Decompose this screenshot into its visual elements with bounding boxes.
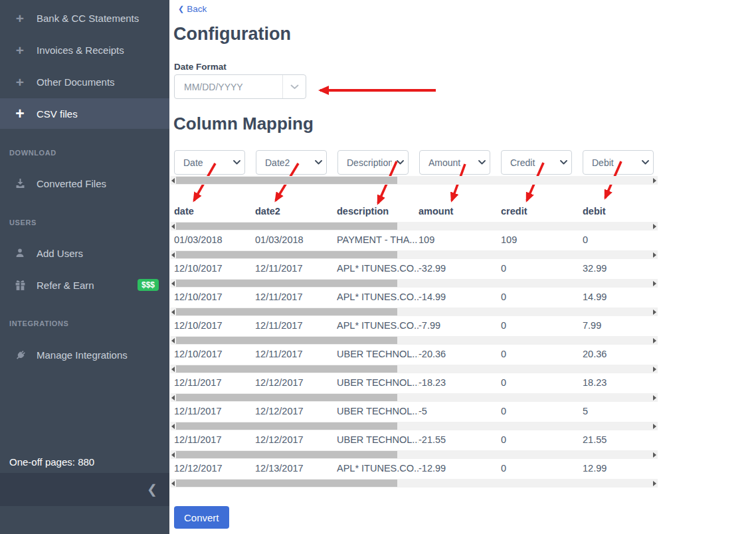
sidebar-section-download: DOWNLOAD bbox=[9, 149, 56, 157]
table-cell: 5 bbox=[583, 404, 654, 422]
horizontal-scrollbar[interactable] bbox=[170, 336, 658, 345]
scroll-right-icon[interactable] bbox=[653, 424, 656, 429]
horizontal-scrollbar[interactable] bbox=[170, 250, 658, 259]
table-cell: 0 bbox=[501, 375, 583, 393]
scroll-right-icon[interactable] bbox=[653, 395, 656, 400]
sidebar-item-bank-cc-statements[interactable]: + Bank & CC Statements bbox=[0, 3, 169, 33]
table-cell: PAYMENT - THA... bbox=[337, 232, 419, 250]
plus-icon: + bbox=[12, 11, 28, 25]
back-label: Back bbox=[187, 4, 207, 14]
scroll-right-icon[interactable] bbox=[653, 338, 656, 343]
table-cell: -21.55 bbox=[419, 432, 501, 450]
scrollbar-thumb[interactable] bbox=[176, 177, 397, 184]
column-select-amount[interactable]: Amount bbox=[419, 150, 490, 175]
app-window: + Bank & CC Statements + Invoices & Rece… bbox=[0, 0, 756, 534]
scroll-right-icon[interactable] bbox=[653, 452, 656, 458]
table-cell: -18.23 bbox=[419, 375, 501, 393]
sidebar-item-converted-files[interactable]: Converted Files bbox=[0, 168, 169, 199]
scrollbar-thumb[interactable] bbox=[176, 280, 397, 287]
scroll-left-icon[interactable] bbox=[171, 310, 175, 315]
horizontal-scrollbar[interactable] bbox=[170, 479, 658, 488]
scroll-right-icon[interactable] bbox=[653, 281, 656, 286]
horizontal-scrollbar[interactable] bbox=[170, 393, 658, 402]
table-row: 12/10/201712/11/2017APL* ITUNES.CO...-7.… bbox=[174, 318, 654, 336]
scroll-right-icon[interactable] bbox=[653, 367, 656, 372]
horizontal-scrollbar[interactable] bbox=[170, 365, 658, 373]
table-cell: -20.36 bbox=[419, 347, 501, 365]
sidebar-item-label: Manage Integrations bbox=[37, 349, 128, 361]
sidebar-item-refer-earn[interactable]: Refer & Earn $$$ bbox=[0, 270, 169, 300]
convert-button[interactable]: Convert bbox=[174, 506, 229, 529]
scrollbar-thumb[interactable] bbox=[176, 308, 397, 315]
scroll-right-icon[interactable] bbox=[653, 481, 656, 486]
date-format-select[interactable]: MM/DD/YYYY bbox=[174, 74, 306, 99]
scroll-right-icon[interactable] bbox=[653, 224, 656, 229]
table-cell: APL* ITUNES.CO... bbox=[337, 318, 419, 336]
table-cell: 12/12/2017 bbox=[255, 375, 337, 393]
sidebar-item-manage-integrations[interactable]: Manage Integrations bbox=[0, 339, 169, 370]
scroll-left-icon[interactable] bbox=[171, 224, 175, 229]
horizontal-scrollbar[interactable] bbox=[170, 222, 658, 230]
sidebar-collapse-button[interactable]: ❮ bbox=[0, 473, 169, 506]
sidebar-item-add-users[interactable]: Add Users bbox=[0, 238, 169, 268]
scroll-left-icon[interactable] bbox=[171, 424, 175, 429]
scroll-left-icon[interactable] bbox=[171, 481, 175, 486]
scroll-left-icon[interactable] bbox=[171, 395, 175, 400]
scrollbar-thumb[interactable] bbox=[176, 394, 397, 401]
sidebar-item-csv-files[interactable]: + CSV files bbox=[0, 98, 169, 129]
back-link[interactable]: ❮ Back bbox=[178, 4, 207, 14]
column-select-debit[interactable]: Debit bbox=[583, 150, 654, 175]
scroll-left-icon[interactable] bbox=[171, 338, 175, 343]
sidebar-item-label: Bank & CC Statements bbox=[37, 13, 139, 24]
table-cell: 12/12/2017 bbox=[255, 404, 337, 422]
scrollbar-thumb[interactable] bbox=[176, 337, 397, 344]
scrollbar-thumb[interactable] bbox=[176, 365, 397, 373]
column-select-description[interactable]: Description bbox=[337, 150, 409, 175]
scroll-right-icon[interactable] bbox=[653, 310, 656, 315]
scroll-left-icon[interactable] bbox=[171, 252, 175, 258]
table-header-row: date date2 description amount credit deb… bbox=[174, 206, 654, 217]
table-cell: APL* ITUNES.CO... bbox=[337, 261, 419, 279]
scroll-left-icon[interactable] bbox=[171, 178, 175, 183]
sidebar-item-label: Refer & Earn bbox=[37, 280, 94, 291]
table-cell: 12/11/2017 bbox=[255, 290, 337, 308]
horizontal-scrollbar[interactable] bbox=[170, 176, 658, 185]
table-cell: 0 bbox=[501, 290, 583, 308]
column-select-date2[interactable]: Date2 bbox=[256, 150, 327, 175]
plus-icon: + bbox=[12, 43, 28, 57]
scrollbar-thumb[interactable] bbox=[176, 222, 397, 230]
horizontal-scrollbar[interactable] bbox=[170, 422, 658, 430]
chevron-down-icon bbox=[637, 160, 653, 165]
main-content: ❮ Back Configuration Date Format MM/DD/Y… bbox=[169, 0, 756, 534]
horizontal-scrollbar[interactable] bbox=[170, 279, 658, 288]
chevron-down-icon bbox=[474, 160, 490, 165]
table-cell: 0 bbox=[501, 347, 583, 365]
scrollbar-thumb[interactable] bbox=[176, 422, 397, 430]
scroll-right-icon[interactable] bbox=[653, 178, 656, 183]
horizontal-scrollbar[interactable] bbox=[170, 308, 658, 316]
scroll-right-icon[interactable] bbox=[653, 252, 656, 258]
scrollbar-thumb[interactable] bbox=[176, 451, 397, 458]
horizontal-scrollbar[interactable] bbox=[170, 450, 658, 459]
sidebar-item-invoices-receipts[interactable]: + Invoices & Receipts bbox=[0, 35, 169, 65]
sidebar-section-integrations: INTEGRATIONS bbox=[9, 319, 69, 327]
scroll-left-icon[interactable] bbox=[171, 452, 175, 458]
download-icon bbox=[12, 178, 28, 189]
column-select-date[interactable]: Date bbox=[174, 150, 245, 175]
page-title: Configuration bbox=[173, 24, 291, 44]
scrollbar-thumb[interactable] bbox=[176, 251, 397, 258]
table-cell: UBER TECHNOL... bbox=[337, 432, 419, 450]
column-mapping-selects: Date Date2 Description Amount Credit Deb… bbox=[174, 150, 654, 175]
column-select-credit[interactable]: Credit bbox=[501, 150, 572, 175]
scroll-left-icon[interactable] bbox=[171, 281, 175, 286]
table-cell: 12/11/2017 bbox=[255, 261, 337, 279]
table-cell: 12/13/2017 bbox=[255, 461, 337, 479]
scroll-left-icon[interactable] bbox=[171, 367, 175, 372]
scrollbar-thumb[interactable] bbox=[176, 480, 397, 487]
table-row: 12/11/201712/12/2017UBER TECHNOL...-21.5… bbox=[174, 432, 654, 450]
table-cell: 14.99 bbox=[583, 290, 654, 308]
table-cell: 0 bbox=[501, 404, 583, 422]
table-cell: 12/12/2017 bbox=[255, 432, 337, 450]
sidebar-item-other-documents[interactable]: + Other Documents bbox=[0, 66, 169, 97]
table-cell: -14.99 bbox=[419, 290, 501, 308]
